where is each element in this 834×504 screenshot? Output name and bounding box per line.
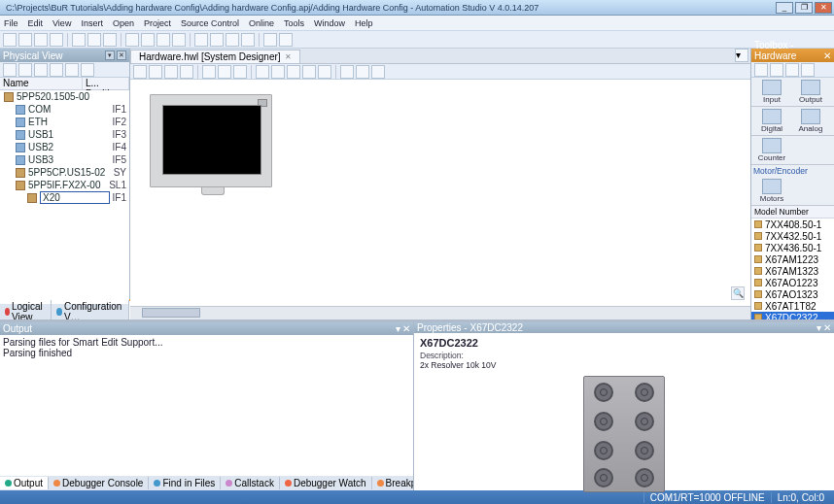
toolbar-button[interactable] [133,65,147,79]
toolbar-button[interactable] [172,33,186,47]
tabbar-dropdown-icon[interactable]: ▾ [735,49,748,62]
output-tab[interactable]: Debugger Watch [280,477,372,489]
toolbar-button[interactable] [318,65,331,79]
toolbar-button[interactable] [18,63,32,77]
toolbar-button[interactable] [233,65,247,79]
menu-edit[interactable]: Edit [28,18,44,28]
toolbar-button[interactable] [356,65,369,79]
menu-view[interactable]: View [52,18,71,28]
tree-item[interactable]: 5PP5IF.FX2X-00SL1 [0,179,129,191]
tree-item[interactable]: COMIF1 [0,103,129,116]
toolbar-button[interactable] [302,65,316,79]
output-tab[interactable]: Find in Files [149,477,221,489]
close-icon[interactable]: ✕ [285,52,292,61]
toolbar-button[interactable] [770,63,783,77]
tree-item[interactable]: USB1IF3 [0,128,129,141]
document-tab[interactable]: Hardware.hwl [System Designer] ✕ [130,50,300,63]
toolbar-button[interactable] [34,33,48,47]
panel-pin-icon[interactable]: ▾ [105,50,115,60]
toolbox-category[interactable]: Digital [753,109,790,133]
toolbar-button[interactable] [103,33,117,47]
toolbar-button[interactable] [87,33,101,47]
panel-pin-icon[interactable]: ▾ [396,323,400,334]
toolbar-button[interactable] [279,33,293,47]
toolbar-button[interactable] [210,33,224,47]
toolbar-button[interactable] [141,33,155,47]
toolbox-category[interactable]: Counter [753,138,790,162]
output-body[interactable]: Parsing files for Smart Edit Support... … [0,335,413,476]
catalog-item[interactable]: X67AO1323 [751,288,834,300]
toolbar-button[interactable] [50,33,63,47]
toolbar-button[interactable] [785,63,799,77]
output-tab[interactable]: Callstack [221,477,280,489]
toolbox-category[interactable]: Motors [753,179,790,203]
menu-sourcecontrol[interactable]: Source Control [181,18,239,28]
horizontal-scrollbar[interactable] [130,306,750,319]
toolbox-category[interactable]: Analog [792,109,829,133]
catalog-item[interactable]: X67AT1T82 [751,300,834,312]
toolbar-button[interactable] [226,33,239,47]
menu-window[interactable]: Window [314,18,345,28]
tree-item[interactable]: 5PP520.1505-00 [0,90,129,103]
tree-item[interactable]: USB2IF4 [0,141,129,153]
toolbar-button[interactable] [156,33,170,47]
toolbar-button[interactable] [371,65,385,79]
toolbar-button[interactable] [125,33,139,47]
catalog-item[interactable]: X67AO1223 [751,277,834,288]
maximize-button[interactable]: ❐ [795,2,813,14]
menu-project[interactable]: Project [144,18,171,28]
scrollbar-thumb[interactable] [142,308,200,318]
panel-pin-icon[interactable]: ▾ [817,322,821,333]
toolbar-button[interactable] [164,65,178,79]
toolbar-button[interactable] [256,65,269,79]
panel-close-icon[interactable]: ✕ [402,323,410,334]
toolbar-button[interactable] [241,33,255,47]
menu-online[interactable]: Online [249,18,274,28]
tree-item[interactable]: 5PP5CP.US15-02SY [0,166,129,179]
output-tab[interactable]: Breakpoints [372,477,413,489]
zoom-icon[interactable]: 🔍 [731,286,745,300]
catalog-item[interactable]: 7XX408.50-1 [751,218,834,230]
tree-item[interactable]: ETHIF2 [0,116,129,128]
toolbar-button[interactable] [801,63,815,77]
toolbar-button[interactable] [50,63,63,77]
menu-tools[interactable]: Tools [284,18,304,28]
output-tab[interactable]: Output [0,477,49,489]
menu-file[interactable]: File [4,18,18,28]
toolbox-category[interactable]: Output [792,80,829,104]
toolbox-category[interactable]: Input [753,80,790,104]
device-panel[interactable] [150,94,276,199]
menu-help[interactable]: Help [355,18,373,28]
minimize-button[interactable]: _ [776,2,793,14]
toolbar-button[interactable] [65,63,79,77]
catalog-item[interactable]: X67AM1223 [751,253,834,265]
output-tab[interactable]: Debugger Console [49,477,149,489]
tree-item[interactable]: X20IF1 [0,191,129,204]
col-name[interactable]: Name [0,78,83,89]
toolbar-button[interactable] [754,63,768,77]
catalog-item[interactable]: 7XX436.50-1 [751,242,834,253]
tree-item[interactable]: USB3IF5 [0,153,129,166]
toolbar-button[interactable] [287,65,300,79]
panel-close-icon[interactable]: ✕ [823,322,831,333]
toolbar-button[interactable] [271,65,285,79]
toolbar-button[interactable] [202,65,216,79]
toolbar-button[interactable] [340,65,354,79]
toolbar-button[interactable] [34,63,48,77]
close-button[interactable]: ✕ [815,2,832,14]
toolbar-button[interactable] [3,63,17,77]
catalog-list[interactable]: 7XX408.50-17XX432.50-17XX436.50-1X67AM12… [751,218,834,319]
menu-open[interactable]: Open [113,18,134,28]
toolbar-button[interactable] [18,33,32,47]
toolbar-button[interactable] [81,63,94,77]
col-position[interactable]: L... Position [83,78,129,89]
catalog-item[interactable]: X67AM1323 [751,265,834,277]
toolbar-button[interactable] [149,65,162,79]
catalog-item[interactable]: X67DC2322 [751,312,834,319]
catalog-item[interactable]: 7XX432.50-1 [751,230,834,242]
panel-close-icon[interactable]: ✕ [117,50,126,60]
panel-close-icon[interactable]: ✕ [823,50,831,61]
catalog-list-header[interactable]: Model Number [751,206,834,218]
toolbar-button[interactable] [218,65,231,79]
toolbar-button[interactable] [194,33,208,47]
